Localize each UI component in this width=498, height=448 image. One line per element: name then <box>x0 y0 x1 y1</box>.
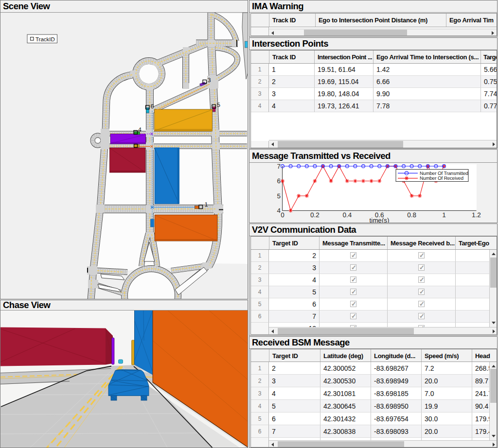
svg-text:1: 1 <box>205 201 208 208</box>
svg-text:time(s): time(s) <box>369 217 389 223</box>
svg-text:3: 3 <box>208 77 211 84</box>
svg-text:6: 6 <box>277 177 281 185</box>
svg-text:1: 1 <box>442 211 446 219</box>
svg-text:6: 6 <box>151 103 154 110</box>
svg-text:0.8: 0.8 <box>407 211 416 219</box>
svg-text:7: 7 <box>277 163 281 170</box>
svg-text:0: 0 <box>281 211 285 219</box>
svg-text:4: 4 <box>138 126 142 133</box>
svg-text:5: 5 <box>217 102 220 108</box>
svg-text:0.2: 0.2 <box>310 211 320 219</box>
svg-text:TrackID: TrackID <box>36 37 55 43</box>
svg-text:5: 5 <box>277 192 281 200</box>
svg-text:0.4: 0.4 <box>342 211 352 219</box>
svg-text:Number Of Transmitted: Number Of Transmitted <box>420 171 468 176</box>
svg-text:1.2: 1.2 <box>472 211 481 219</box>
svg-text:Number Of Received: Number Of Received <box>420 176 463 181</box>
